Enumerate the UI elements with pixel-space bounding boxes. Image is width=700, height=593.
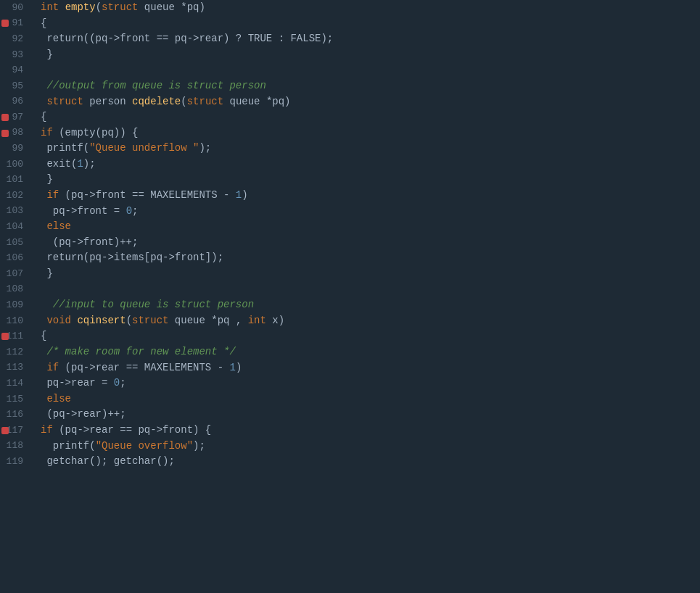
- token-num: 0: [114, 376, 120, 391]
- token-plain: pq->rear =: [41, 376, 114, 391]
- code-line: }: [41, 173, 700, 188]
- code-line: return((pq->front == pq->rear) ? TRUE : …: [41, 31, 700, 47]
- line-number: 95: [0, 78, 29, 94]
- code-line: {: [41, 328, 700, 344]
- token-plain: [71, 313, 77, 329]
- breakpoint-icon[interactable]: [1, 130, 9, 137]
- line-number: 107: [0, 266, 29, 282]
- line-number: 115: [0, 391, 29, 407]
- token-kw: if: [46, 188, 59, 204]
- breakpoint-icon[interactable]: [1, 114, 9, 121]
- token-plain: [41, 297, 53, 313]
- token-kw: int: [41, 0, 59, 16]
- token-plain: pq->front =: [41, 204, 126, 220]
- token-plain: [41, 219, 46, 235]
- line-number: 111: [0, 328, 29, 344]
- code-line: //output from queue is struct person: [41, 78, 700, 94]
- code-line: (pq->front)++;: [41, 235, 700, 251]
- token-kw: if: [46, 360, 59, 376]
- code-line: int empty(struct queue *pq): [41, 0, 700, 16]
- line-number: 104: [0, 219, 29, 235]
- token-kw: struct: [46, 94, 83, 110]
- code-line: {: [41, 109, 700, 125]
- line-number: 100: [0, 157, 29, 173]
- token-plain: );: [83, 157, 96, 173]
- token-plain: queue *pq): [138, 0, 205, 16]
- token-kw: struct: [132, 313, 168, 329]
- code-line: }: [41, 47, 700, 63]
- breakpoint-icon[interactable]: [1, 333, 9, 340]
- token-plain: }: [41, 47, 53, 63]
- code-line: printf("Queue underflow ");: [41, 141, 700, 157]
- line-number: 110: [0, 313, 29, 329]
- line-number: 101: [0, 173, 29, 188]
- token-fn: empty: [65, 0, 96, 16]
- token-plain: }: [41, 266, 53, 282]
- token-plain: ): [242, 188, 247, 204]
- token-plain: {: [41, 109, 46, 125]
- line-number: 94: [0, 62, 29, 78]
- line-number: 116: [0, 407, 29, 423]
- breakpoint-icon[interactable]: [1, 427, 9, 434]
- token-plain: [41, 78, 46, 94]
- token-plain: x): [266, 313, 284, 329]
- token-plain: ;: [120, 376, 125, 391]
- token-plain: ;: [132, 204, 138, 220]
- line-number: 93: [0, 47, 29, 63]
- token-plain: [41, 360, 46, 376]
- code-line: (pq->rear)++;: [41, 407, 700, 423]
- token-plain: (pq->rear == MAXELEMENTS -: [59, 360, 229, 376]
- line-number: 114: [0, 376, 29, 391]
- token-plain: (pq->rear)++;: [41, 407, 126, 423]
- line-number: 109: [0, 297, 29, 313]
- token-num: 0: [126, 204, 132, 220]
- token-plain: (: [96, 0, 102, 16]
- line-number: 108: [0, 282, 29, 298]
- token-plain: (: [181, 94, 186, 110]
- token-num: 1: [236, 188, 242, 204]
- code-content: int empty(struct queue *pq){ return((pq-…: [35, 0, 700, 593]
- code-line: pq->rear = 0;: [41, 376, 700, 391]
- code-line: [41, 62, 700, 78]
- token-fn: cqinsert: [77, 313, 125, 329]
- token-plain: {: [41, 328, 46, 344]
- token-plain: }: [41, 172, 53, 188]
- token-num: 1: [77, 157, 83, 173]
- token-plain: person: [83, 94, 132, 110]
- token-plain: [41, 313, 46, 329]
- line-numbers: 9091929394959697989910010110210310410510…: [0, 0, 35, 593]
- line-number: 113: [0, 360, 29, 376]
- token-plain: return(pq->items[pq->front]);: [41, 250, 223, 266]
- token-kw: int: [248, 313, 266, 329]
- code-line: struct person cqdelete(struct queue *pq): [41, 94, 700, 110]
- line-number: 103: [0, 204, 29, 220]
- code-line: return(pq->items[pq->front]);: [41, 251, 700, 267]
- line-number: 102: [0, 188, 29, 204]
- token-plain: (pq->front == MAXELEMENTS -: [59, 188, 236, 204]
- token-plain: );: [199, 141, 211, 157]
- code-line: void cqinsert(struct queue *pq , int x): [41, 313, 700, 329]
- line-number: 99: [0, 141, 29, 157]
- token-plain: queue *pq ,: [168, 313, 247, 329]
- code-line: /* make room for new element */: [41, 344, 700, 360]
- token-kw: else: [46, 219, 71, 235]
- token-kw: if: [41, 423, 53, 439]
- line-number: 112: [0, 344, 29, 360]
- line-number: 105: [0, 235, 29, 251]
- line-number: 90: [0, 0, 29, 16]
- token-plain: printf(: [41, 439, 96, 455]
- token-plain: exit(: [41, 157, 77, 173]
- line-number: 96: [0, 94, 29, 110]
- token-plain: [41, 94, 46, 110]
- token-plain: return((pq->front == pq->rear) ? TRUE : …: [41, 31, 333, 47]
- token-str-orange: "Queue underflow ": [89, 141, 199, 157]
- line-number: 91: [0, 16, 29, 32]
- token-kw: struct: [102, 0, 138, 16]
- token-plain: printf(: [41, 141, 89, 157]
- line-number: 117: [0, 423, 29, 439]
- token-plain: (pq->front)++;: [41, 235, 138, 251]
- code-line: printf("Queue overflow");: [41, 439, 700, 455]
- token-fn: cqdelete: [132, 94, 181, 110]
- breakpoint-icon[interactable]: [1, 20, 9, 27]
- code-line: exit(1);: [41, 157, 700, 173]
